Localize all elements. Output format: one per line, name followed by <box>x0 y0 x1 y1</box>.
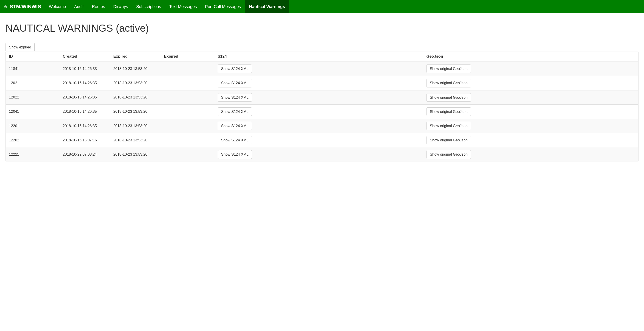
show-geojson-button[interactable]: Show original GeoJson <box>426 65 471 73</box>
cell-expired-2 <box>160 104 214 119</box>
show-s124-button[interactable]: Show S124 XML <box>218 93 252 102</box>
cell-id: 12201 <box>6 119 60 133</box>
nav-item-subscriptions[interactable]: Subscriptions <box>132 0 165 13</box>
cell-expired-2 <box>160 90 214 104</box>
show-geojson-button[interactable]: Show original GeoJson <box>426 107 471 116</box>
cell-geojson: Show original GeoJson <box>423 133 638 147</box>
table-row: 118412018-10-16 14:26:352018-10-23 13:53… <box>6 62 638 76</box>
table-row: 120222018-10-16 14:26:352018-10-23 13:53… <box>6 90 638 104</box>
show-s124-button[interactable]: Show S124 XML <box>218 107 252 116</box>
col-header-expired2: Expired <box>160 52 214 62</box>
nav-item-welcome[interactable]: Welcome <box>45 0 70 13</box>
show-s124-button[interactable]: Show S124 XML <box>218 79 252 87</box>
table-row: 120412018-10-16 14:26:352018-10-23 13:53… <box>6 104 638 119</box>
cell-id: 12022 <box>6 90 60 104</box>
show-s124-button[interactable]: Show S124 XML <box>218 136 252 144</box>
cell-id: 12202 <box>6 133 60 147</box>
cell-created: 2018-10-22 07:08:24 <box>60 147 110 162</box>
show-s124-button[interactable]: Show S124 XML <box>218 122 252 130</box>
cell-created: 2018-10-16 14:26:35 <box>60 76 110 90</box>
cell-created: 2018-10-16 14:26:35 <box>60 90 110 104</box>
cell-s124: Show S124 XML <box>214 76 423 90</box>
nav-item-text-messages[interactable]: Text Messages <box>165 0 201 13</box>
main-container: NAUTICAL WARNINGS (active) Show expired … <box>0 13 644 166</box>
show-geojson-button[interactable]: Show original GeoJson <box>426 79 471 87</box>
col-header-id: ID <box>6 52 60 62</box>
cell-s124: Show S124 XML <box>214 147 423 162</box>
cell-id: 11841 <box>6 62 60 76</box>
home-icon <box>4 5 8 9</box>
col-header-s124: S124 <box>214 52 423 62</box>
nav-list: Welcome Audit Routes Dirways Subscriptio… <box>45 0 289 13</box>
cell-expired: 2018-10-23 13:53:20 <box>110 104 161 119</box>
cell-s124: Show S124 XML <box>214 133 423 147</box>
navbar: STM/WINWIS Welcome Audit Routes Dirways … <box>0 0 644 13</box>
cell-expired: 2018-10-23 13:53:20 <box>110 119 161 133</box>
cell-geojson: Show original GeoJson <box>423 147 638 162</box>
show-s124-button[interactable]: Show S124 XML <box>218 65 252 73</box>
cell-s124: Show S124 XML <box>214 62 423 76</box>
cell-expired: 2018-10-23 13:53:20 <box>110 90 161 104</box>
warnings-table: ID Created Expired Expired S124 GeoJson … <box>6 52 638 161</box>
cell-expired: 2018-10-23 13:53:20 <box>110 147 161 162</box>
cell-s124: Show S124 XML <box>214 90 423 104</box>
show-geojson-button[interactable]: Show original GeoJson <box>426 150 471 159</box>
cell-expired-2 <box>160 119 214 133</box>
table-header-row: ID Created Expired Expired S124 GeoJson <box>6 52 638 62</box>
nav-item-dirways[interactable]: Dirways <box>109 0 132 13</box>
col-header-created: Created <box>60 52 110 62</box>
table-row: 122012018-10-16 14:26:352018-10-23 13:53… <box>6 119 638 133</box>
cell-geojson: Show original GeoJson <box>423 62 638 76</box>
page-title: NAUTICAL WARNINGS (active) <box>6 23 638 34</box>
cell-geojson: Show original GeoJson <box>423 90 638 104</box>
table-row: 120212018-10-16 14:26:352018-10-23 13:53… <box>6 76 638 90</box>
cell-expired: 2018-10-23 13:53:20 <box>110 76 161 90</box>
cell-created: 2018-10-16 15:07:16 <box>60 133 110 147</box>
show-expired-button[interactable]: Show expired <box>6 43 35 52</box>
divider <box>6 38 638 38</box>
toggle-area: Show expired <box>6 43 638 52</box>
col-header-geojson: GeoJson <box>423 52 638 62</box>
table-panel: ID Created Expired Expired S124 GeoJson … <box>6 51 638 162</box>
cell-s124: Show S124 XML <box>214 104 423 119</box>
nav-item-port-call-messages[interactable]: Port Call Messages <box>201 0 245 13</box>
cell-s124: Show S124 XML <box>214 119 423 133</box>
cell-expired: 2018-10-23 13:53:20 <box>110 62 161 76</box>
cell-created: 2018-10-16 14:26:35 <box>60 104 110 119</box>
cell-geojson: Show original GeoJson <box>423 119 638 133</box>
show-geojson-button[interactable]: Show original GeoJson <box>426 122 471 130</box>
cell-geojson: Show original GeoJson <box>423 104 638 119</box>
cell-created: 2018-10-16 14:26:35 <box>60 62 110 76</box>
cell-expired: 2018-10-23 13:53:20 <box>110 133 161 147</box>
show-geojson-button[interactable]: Show original GeoJson <box>426 136 471 144</box>
show-s124-button[interactable]: Show S124 XML <box>218 150 252 159</box>
cell-created: 2018-10-16 14:26:35 <box>60 119 110 133</box>
table-body: 118412018-10-16 14:26:352018-10-23 13:53… <box>6 62 638 162</box>
cell-id: 12221 <box>6 147 60 162</box>
cell-expired-2 <box>160 133 214 147</box>
cell-geojson: Show original GeoJson <box>423 76 638 90</box>
col-header-expired1: Expired <box>110 52 161 62</box>
table-row: 122212018-10-22 07:08:242018-10-23 13:53… <box>6 147 638 162</box>
show-geojson-button[interactable]: Show original GeoJson <box>426 93 471 102</box>
cell-id: 12041 <box>6 104 60 119</box>
cell-id: 12021 <box>6 76 60 90</box>
nav-item-routes[interactable]: Routes <box>88 0 109 13</box>
nav-item-audit[interactable]: Audit <box>70 0 88 13</box>
cell-expired-2 <box>160 62 214 76</box>
cell-expired-2 <box>160 147 214 162</box>
brand-link[interactable]: STM/WINWIS <box>4 4 41 10</box>
cell-expired-2 <box>160 76 214 90</box>
brand-text: STM/WINWIS <box>10 4 41 10</box>
nav-item-nautical-warnings[interactable]: Nautical Warnings <box>245 0 289 13</box>
table-row: 122022018-10-16 15:07:162018-10-23 13:53… <box>6 133 638 147</box>
